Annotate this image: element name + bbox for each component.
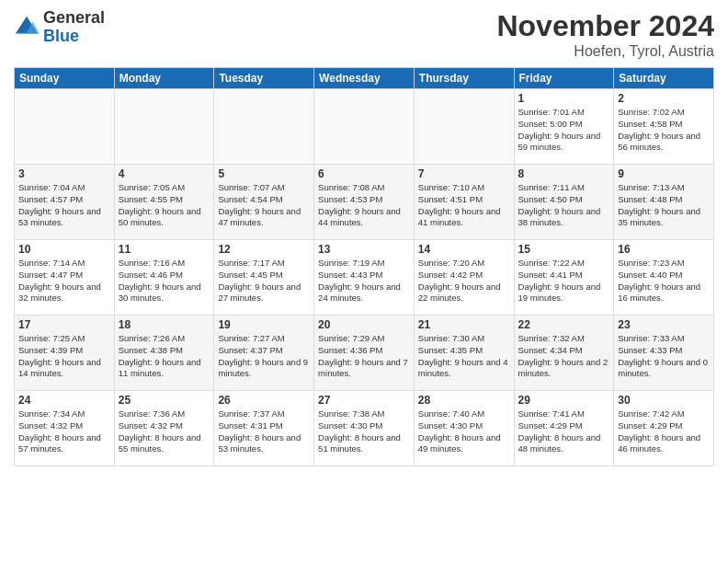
calendar-cell: 25Sunrise: 7:36 AMSunset: 4:32 PMDayligh… xyxy=(114,391,214,466)
day-number: 9 xyxy=(618,167,710,180)
logo-general: General xyxy=(43,8,105,27)
day-info: Sunrise: 7:10 AMSunset: 4:51 PMDaylight:… xyxy=(418,182,510,229)
day-info: Sunrise: 7:04 AMSunset: 4:57 PMDaylight:… xyxy=(18,182,110,229)
calendar-cell: 20Sunrise: 7:29 AMSunset: 4:36 PMDayligh… xyxy=(314,316,415,391)
day-info: Sunrise: 7:01 AMSunset: 5:00 PMDaylight:… xyxy=(518,107,610,154)
calendar-week-row: 3Sunrise: 7:04 AMSunset: 4:57 PMDaylight… xyxy=(15,165,714,240)
day-info: Sunrise: 7:05 AMSunset: 4:55 PMDaylight:… xyxy=(119,182,210,229)
calendar-cell: 27Sunrise: 7:38 AMSunset: 4:30 PMDayligh… xyxy=(314,391,415,466)
calendar-cell: 29Sunrise: 7:41 AMSunset: 4:29 PMDayligh… xyxy=(514,391,614,466)
day-info: Sunrise: 7:30 AMSunset: 4:35 PMDaylight:… xyxy=(418,333,510,380)
day-number: 16 xyxy=(618,243,710,256)
calendar-week-row: 24Sunrise: 7:34 AMSunset: 4:32 PMDayligh… xyxy=(15,391,714,466)
calendar-day-header: Friday xyxy=(514,68,614,89)
month-title: November 2024 xyxy=(496,9,714,43)
day-info: Sunrise: 7:36 AMSunset: 4:32 PMDaylight:… xyxy=(119,408,210,455)
calendar-cell xyxy=(214,89,314,165)
calendar-day-header: Monday xyxy=(114,68,214,89)
day-info: Sunrise: 7:27 AMSunset: 4:37 PMDaylight:… xyxy=(218,333,310,380)
day-number: 30 xyxy=(618,394,710,407)
calendar-cell: 7Sunrise: 7:10 AMSunset: 4:51 PMDaylight… xyxy=(414,165,514,240)
header: General Blue November 2024 Hoefen, Tyrol… xyxy=(14,9,714,60)
day-number: 22 xyxy=(518,318,610,331)
day-number: 1 xyxy=(518,92,610,105)
day-number: 21 xyxy=(418,318,510,331)
day-number: 29 xyxy=(518,394,610,407)
calendar-cell xyxy=(114,89,214,165)
day-info: Sunrise: 7:23 AMSunset: 4:40 PMDaylight:… xyxy=(618,258,710,304)
day-info: Sunrise: 7:22 AMSunset: 4:41 PMDaylight:… xyxy=(518,258,610,304)
calendar-cell: 9Sunrise: 7:13 AMSunset: 4:48 PMDaylight… xyxy=(614,165,714,240)
day-info: Sunrise: 7:25 AMSunset: 4:39 PMDaylight:… xyxy=(18,333,110,380)
day-info: Sunrise: 7:40 AMSunset: 4:30 PMDaylight:… xyxy=(418,408,510,455)
logo: General Blue xyxy=(14,9,105,46)
calendar-day-header: Tuesday xyxy=(214,68,314,89)
calendar-cell: 24Sunrise: 7:34 AMSunset: 4:32 PMDayligh… xyxy=(15,391,115,466)
calendar-cell: 16Sunrise: 7:23 AMSunset: 4:40 PMDayligh… xyxy=(614,240,714,316)
day-number: 8 xyxy=(518,167,610,180)
day-info: Sunrise: 7:02 AMSunset: 4:58 PMDaylight:… xyxy=(618,107,710,154)
calendar-cell: 2Sunrise: 7:02 AMSunset: 4:58 PMDaylight… xyxy=(614,89,714,165)
day-info: Sunrise: 7:16 AMSunset: 4:46 PMDaylight:… xyxy=(119,258,210,304)
logo-icon xyxy=(14,15,40,40)
day-number: 3 xyxy=(18,167,110,180)
day-info: Sunrise: 7:34 AMSunset: 4:32 PMDaylight:… xyxy=(18,408,110,455)
calendar-day-header: Sunday xyxy=(15,68,115,89)
calendar-cell: 26Sunrise: 7:37 AMSunset: 4:31 PMDayligh… xyxy=(214,391,314,466)
calendar-cell xyxy=(15,89,115,165)
calendar-cell: 10Sunrise: 7:14 AMSunset: 4:47 PMDayligh… xyxy=(15,240,115,316)
logo-text: General Blue xyxy=(43,9,105,46)
calendar-header-row: SundayMondayTuesdayWednesdayThursdayFrid… xyxy=(15,68,714,89)
day-number: 13 xyxy=(318,243,410,256)
day-number: 19 xyxy=(218,318,310,331)
day-info: Sunrise: 7:29 AMSunset: 4:36 PMDaylight:… xyxy=(318,333,410,380)
day-info: Sunrise: 7:26 AMSunset: 4:38 PMDaylight:… xyxy=(119,333,210,380)
calendar-week-row: 10Sunrise: 7:14 AMSunset: 4:47 PMDayligh… xyxy=(15,240,714,316)
day-info: Sunrise: 7:32 AMSunset: 4:34 PMDaylight:… xyxy=(518,333,610,380)
calendar-cell: 21Sunrise: 7:30 AMSunset: 4:35 PMDayligh… xyxy=(414,316,514,391)
calendar-week-row: 1Sunrise: 7:01 AMSunset: 5:00 PMDaylight… xyxy=(15,89,714,165)
day-number: 28 xyxy=(418,394,510,407)
day-number: 26 xyxy=(218,394,310,407)
day-info: Sunrise: 7:37 AMSunset: 4:31 PMDaylight:… xyxy=(218,408,310,455)
day-info: Sunrise: 7:08 AMSunset: 4:53 PMDaylight:… xyxy=(318,182,410,229)
day-number: 20 xyxy=(318,318,410,331)
calendar-cell: 6Sunrise: 7:08 AMSunset: 4:53 PMDaylight… xyxy=(314,165,415,240)
calendar-week-row: 17Sunrise: 7:25 AMSunset: 4:39 PMDayligh… xyxy=(15,316,714,391)
day-number: 4 xyxy=(119,167,210,180)
day-info: Sunrise: 7:19 AMSunset: 4:43 PMDaylight:… xyxy=(318,258,410,304)
calendar-cell: 1Sunrise: 7:01 AMSunset: 5:00 PMDaylight… xyxy=(514,89,614,165)
calendar-table: SundayMondayTuesdayWednesdayThursdayFrid… xyxy=(14,67,714,466)
day-number: 18 xyxy=(119,318,210,331)
calendar-cell xyxy=(314,89,415,165)
calendar-day-header: Thursday xyxy=(414,68,514,89)
calendar-cell: 11Sunrise: 7:16 AMSunset: 4:46 PMDayligh… xyxy=(114,240,214,316)
calendar-cell: 17Sunrise: 7:25 AMSunset: 4:39 PMDayligh… xyxy=(15,316,115,391)
day-number: 17 xyxy=(18,318,110,331)
page-container: General Blue November 2024 Hoefen, Tyrol… xyxy=(0,0,728,476)
logo-blue: Blue xyxy=(43,27,79,45)
day-number: 7 xyxy=(418,167,510,180)
calendar-cell: 18Sunrise: 7:26 AMSunset: 4:38 PMDayligh… xyxy=(114,316,214,391)
day-number: 15 xyxy=(518,243,610,256)
calendar-cell: 23Sunrise: 7:33 AMSunset: 4:33 PMDayligh… xyxy=(614,316,714,391)
title-block: November 2024 Hoefen, Tyrol, Austria xyxy=(496,9,714,60)
calendar-cell: 22Sunrise: 7:32 AMSunset: 4:34 PMDayligh… xyxy=(514,316,614,391)
calendar-cell: 30Sunrise: 7:42 AMSunset: 4:29 PMDayligh… xyxy=(614,391,714,466)
calendar-cell: 15Sunrise: 7:22 AMSunset: 4:41 PMDayligh… xyxy=(514,240,614,316)
location: Hoefen, Tyrol, Austria xyxy=(496,43,714,60)
calendar-cell: 13Sunrise: 7:19 AMSunset: 4:43 PMDayligh… xyxy=(314,240,415,316)
calendar-cell: 14Sunrise: 7:20 AMSunset: 4:42 PMDayligh… xyxy=(414,240,514,316)
day-number: 10 xyxy=(18,243,110,256)
day-number: 27 xyxy=(318,394,410,407)
day-info: Sunrise: 7:42 AMSunset: 4:29 PMDaylight:… xyxy=(618,408,710,455)
calendar-cell: 5Sunrise: 7:07 AMSunset: 4:54 PMDaylight… xyxy=(214,165,314,240)
day-number: 12 xyxy=(218,243,310,256)
day-info: Sunrise: 7:07 AMSunset: 4:54 PMDaylight:… xyxy=(218,182,310,229)
day-number: 25 xyxy=(119,394,210,407)
calendar-cell: 8Sunrise: 7:11 AMSunset: 4:50 PMDaylight… xyxy=(514,165,614,240)
calendar-cell: 3Sunrise: 7:04 AMSunset: 4:57 PMDaylight… xyxy=(15,165,115,240)
day-number: 24 xyxy=(18,394,110,407)
day-info: Sunrise: 7:20 AMSunset: 4:42 PMDaylight:… xyxy=(418,258,510,304)
calendar-cell: 28Sunrise: 7:40 AMSunset: 4:30 PMDayligh… xyxy=(414,391,514,466)
